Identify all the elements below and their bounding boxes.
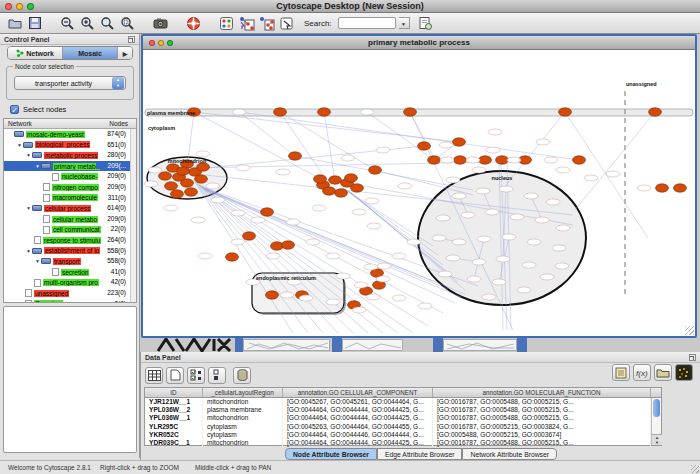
attribute-matrix-icon[interactable] xyxy=(675,364,693,381)
compartment-plasma-membrane[interactable] xyxy=(145,109,693,116)
node-label[interactable] xyxy=(231,239,245,245)
node-label[interactable] xyxy=(352,307,366,313)
node[interactable] xyxy=(351,184,364,192)
zoom-button[interactable] xyxy=(167,40,173,46)
node-label[interactable] xyxy=(472,259,486,265)
select-nodes-filter-icon[interactable] xyxy=(238,15,255,31)
tree-expander-icon[interactable]: ▼ xyxy=(25,248,32,254)
node-label[interactable] xyxy=(365,198,379,204)
node-label[interactable] xyxy=(206,183,220,189)
table-row[interactable]: YPL036W__2plasma membrane[GO:0044464, GO… xyxy=(145,406,661,414)
table-row[interactable]: YKR052Ccytoplasm[GO:0044464, GO:0044446,… xyxy=(145,431,661,439)
tab-network[interactable]: Network xyxy=(8,47,63,59)
tab-network-attribute-browser[interactable]: Network Attribute Browser xyxy=(462,448,557,460)
node[interactable] xyxy=(428,156,441,164)
node[interactable] xyxy=(335,189,348,197)
tree-row[interactable]: secretion41(0) xyxy=(4,267,136,278)
node-label[interactable] xyxy=(472,167,486,173)
node-label[interactable] xyxy=(535,217,549,223)
node[interactable] xyxy=(656,184,669,192)
node-label[interactable] xyxy=(251,217,265,223)
node-label[interactable] xyxy=(164,205,178,211)
background-window-edge[interactable] xyxy=(235,338,243,352)
node-label[interactable] xyxy=(527,239,541,245)
node-label[interactable] xyxy=(366,294,380,300)
node[interactable] xyxy=(314,175,327,183)
formula-icon[interactable]: f(x) xyxy=(633,364,651,381)
zoom-in-icon[interactable] xyxy=(79,15,96,31)
table-column-header[interactable]: annotation.GO CELLULAR_COMPONENT xyxy=(283,388,433,397)
tree-row[interactable]: macromolecule311(0) xyxy=(4,193,136,204)
node-label[interactable] xyxy=(536,139,550,145)
node-label[interactable] xyxy=(517,287,531,293)
node-label[interactable] xyxy=(522,262,536,268)
node-label[interactable] xyxy=(486,147,500,153)
new-network-icon[interactable] xyxy=(417,15,434,31)
tab-node-attribute-browser[interactable]: Node Attribute Browser xyxy=(285,448,377,460)
background-window-thumbnail[interactable] xyxy=(342,339,403,351)
node[interactable] xyxy=(181,179,194,187)
app-resize-grip[interactable] xyxy=(691,465,699,473)
search-input[interactable] xyxy=(338,17,396,29)
node-label[interactable] xyxy=(191,217,205,223)
node[interactable] xyxy=(195,175,208,183)
node-label[interactable] xyxy=(306,239,320,245)
node-label[interactable] xyxy=(392,253,406,259)
table-scrollbar-arrows[interactable]: ▲▼ xyxy=(652,434,662,445)
node-label[interactable] xyxy=(502,234,516,240)
node-label[interactable] xyxy=(341,155,355,161)
node-label[interactable] xyxy=(231,210,245,216)
node-label[interactable] xyxy=(546,199,560,205)
tree-row[interactable]: response to stimulu264(0) xyxy=(4,235,136,246)
node-label[interactable] xyxy=(326,299,340,305)
background-window-edge[interactable] xyxy=(433,338,443,352)
node-label[interactable] xyxy=(461,212,475,218)
help-icon[interactable] xyxy=(185,15,202,31)
camera-icon[interactable] xyxy=(152,15,169,31)
node-label[interactable] xyxy=(466,157,480,163)
tab-mosaic[interactable]: Mosaic xyxy=(63,47,118,59)
node[interactable] xyxy=(496,156,509,164)
tree-row[interactable]: nucleobase-209(0) xyxy=(4,171,136,182)
node-label[interactable] xyxy=(467,276,481,282)
select-edges-filter-icon[interactable] xyxy=(258,15,275,31)
node-label[interactable] xyxy=(485,209,499,215)
tree-row[interactable]: ▼metabolic process280(0) xyxy=(4,150,136,161)
new-attribute-icon[interactable] xyxy=(166,367,184,384)
table-scrollbar-thumb[interactable] xyxy=(653,399,660,417)
node[interactable] xyxy=(453,138,466,146)
background-window-edge[interactable] xyxy=(517,338,527,352)
node-label[interactable] xyxy=(376,147,390,153)
node-label[interactable] xyxy=(407,239,421,245)
zoom-selected-icon[interactable] xyxy=(99,15,116,31)
node-label[interactable] xyxy=(446,255,460,261)
birds-eye-view-panel[interactable] xyxy=(3,306,137,453)
node[interactable] xyxy=(369,166,382,174)
node-label[interactable] xyxy=(438,271,452,277)
tree-expander-icon[interactable]: ▼ xyxy=(25,152,32,158)
table-column-header[interactable]: annotation.GO MOLECULAR_FUNCTION xyxy=(433,388,651,397)
node-label[interactable] xyxy=(354,282,368,288)
node-label[interactable] xyxy=(352,209,366,215)
tab-overflow-arrow[interactable]: ▶ xyxy=(118,47,132,59)
node[interactable] xyxy=(418,142,431,150)
select-attributes-icon[interactable] xyxy=(187,367,205,384)
float-panel-icon[interactable] xyxy=(128,36,135,43)
node-label[interactable] xyxy=(196,151,210,157)
node-label[interactable] xyxy=(476,188,490,194)
node[interactable] xyxy=(345,174,358,182)
table-row[interactable]: YDR039C__1mitochondrion[GO:0044464, GO:0… xyxy=(145,439,661,447)
node[interactable] xyxy=(329,176,342,184)
node[interactable] xyxy=(323,187,336,195)
node-label[interactable] xyxy=(524,193,538,199)
node-label[interactable] xyxy=(232,109,246,115)
tree-row[interactable]: Overview8(0) xyxy=(4,299,136,304)
tree-row[interactable]: ▼primary metabo209(... xyxy=(4,161,136,172)
node-label[interactable] xyxy=(392,295,406,301)
node[interactable] xyxy=(177,167,190,175)
table-column-header[interactable]: ID xyxy=(145,388,203,397)
node-label[interactable] xyxy=(507,157,521,163)
node-label[interactable] xyxy=(336,273,350,279)
node-label[interactable] xyxy=(439,142,453,148)
table-scrollbar[interactable]: ▲▼ xyxy=(651,398,661,445)
